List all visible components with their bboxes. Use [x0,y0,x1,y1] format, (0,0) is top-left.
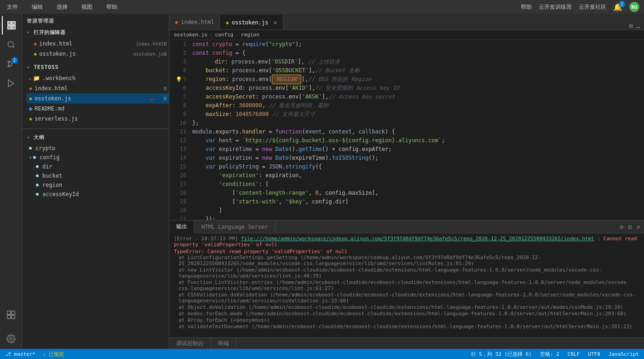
code-line-11: module.exports.handler = function(event,… [192,127,644,136]
js-file-icon: ◈ [29,95,32,102]
code-editor[interactable]: 1 2 3 4 5💡 6 7 8 9 10 11 12 13 14 15 16 … [169,40,644,220]
file-readme-md[interactable]: ◉ README.md [27,104,169,114]
code-line-21: }); [192,215,644,220]
status-bar: ⎇ master* ⚠ 已预览 行 5，列 32 (已选择 6) 空格: 2 C… [0,349,644,359]
community-link[interactable]: 云开发社区 [579,3,606,11]
encoding[interactable]: UTF8 [586,351,602,357]
panel-content: [Error - 10:37:13 PM] file:///home/admin… [169,233,644,337]
tab-js-icon: ◈ [225,19,229,26]
outline-item-dir[interactable]: dir [22,162,169,171]
folder-workbench[interactable]: ▸ 📁 .workbench [27,73,169,83]
stack-line-2: at Function.LintVisitor.entries (/home/a… [174,279,639,291]
menu-view[interactable]: 视图 [79,2,95,12]
cursor-position[interactable]: 行 5，列 32 (已选择 6) [470,351,533,358]
panel-tab-terminal[interactable]: 终端 [211,337,236,349]
outline-dot-akid [36,193,39,196]
activity-extensions[interactable] [2,306,20,324]
panel-tab-html-ls[interactable]: HTML Language Server [195,220,276,233]
menu-help[interactable]: 帮助 [104,2,120,12]
error-timestamp: [Error - 10:37:13 PM] [174,236,241,242]
activity-explorer[interactable] [2,16,20,35]
outline-item-bucket[interactable]: bucket [22,171,169,180]
error-file-link[interactable]: file:///home/admin/workspace/codeup.aliy… [241,236,594,242]
menu-select[interactable]: 选择 [54,2,70,12]
tab-close-icon[interactable]: × [273,19,277,26]
code-line-20: ] [192,206,644,215]
line-num-11: 11 [172,127,186,136]
more-actions-icon[interactable]: … [637,22,640,29]
open-editors-header[interactable]: ▾ 打开的编辑器 [22,26,169,39]
error-preview[interactable]: ⚠ 已预览 [41,351,65,358]
menu-file[interactable]: 文件 [5,2,20,12]
panel-tab-output[interactable]: 输出 [169,220,195,233]
svg-marker-10 [8,80,14,87]
panel: 输出 HTML Language Server ⊘ ⊡ × [Error - 1… [169,220,644,349]
stack-line-6: at Array.forEach (<anonymous>) [174,317,639,323]
stack-line-1: at new LintVisitor (/home/admin/ecoboost… [174,267,639,279]
outline-item-config[interactable]: ▾ config [22,153,169,162]
open-editors-chevron: ▾ [27,29,30,35]
tab-osstoken-js[interactable]: ◈ osstoken.js × [220,15,283,29]
activity-settings[interactable] [2,330,20,348]
menu-edit[interactable]: 编辑 [29,2,45,12]
split-editor-icon[interactable]: ⊞ [629,22,632,29]
panel-clear-icon[interactable]: ⊘ [620,223,623,231]
stack-line-4: at Object.doValidation (/home/admin/ecob… [174,304,639,310]
md-file-icon: ◉ [29,105,32,112]
activity-git[interactable]: 2 [2,55,20,73]
help-link[interactable]: 帮助 [521,3,532,11]
outline-dot-config [33,156,36,159]
line-ending[interactable]: CRLF [566,351,581,357]
code-line-4: bucket: process.env['OSSBUCKET'],// Buck… [192,66,644,75]
js-icon-open: ◈ [34,51,37,57]
panel-tab-actions: ⊘ ⊡ × [616,223,644,231]
indentation[interactable]: 空格: 2 [539,351,561,358]
line-num-3: 3 [172,58,186,66]
activity-bar: 2 [0,14,22,349]
file-index-html[interactable]: ◈ index.html U [27,83,169,93]
outline-item-accesskeyid[interactable]: accessKeyId [22,190,169,199]
line-num-13: 13 [172,145,186,154]
code-line-2: const config = { [192,49,644,58]
html-file-icon: ◈ [29,85,32,92]
svg-point-6 [8,61,9,62]
outline-item-region[interactable]: region [22,180,169,190]
outline-dot-dir [36,165,39,168]
code-line-16: 'expiration': expiration, [192,171,644,180]
top-bar-right: 帮助 云开发训练营 云开发社区 🔔 2 KU [521,2,639,12]
language-mode[interactable]: JavaScript [607,351,640,357]
line-num-6: 6 [172,84,186,93]
file-osstoken-js[interactable]: ◈ osstoken.js U ← [27,93,169,104]
user-avatar[interactable]: KU [629,2,639,12]
line-num-9: 9 [172,110,186,119]
svg-point-8 [8,65,9,67]
line-num-19: 19 [172,197,186,206]
training-link[interactable]: 云开发训练营 [539,3,572,11]
file-serverless-js[interactable]: ◈ serverless.js [27,114,169,124]
line-num-12: 12 [172,136,186,145]
tab-index-html[interactable]: ◈ index.html [169,15,220,29]
code-content[interactable]: const crypto = require("crypto"); const … [190,40,644,220]
open-file-osstoken-js[interactable]: ◈ osstoken.js osstoken.js U [27,49,169,59]
open-file-index-html[interactable]: ◈ index.html index.html U [27,39,169,49]
panel-tab-debug[interactable]: 调试控制台 [169,337,211,349]
project-header[interactable]: ▾ TESTOSS [22,61,169,73]
svg-rect-13 [7,315,11,319]
outline-header[interactable]: ▾ 大纲 [22,131,169,144]
panel-close-icon[interactable]: × [637,223,640,231]
notification-button[interactable]: 🔔 2 [613,3,622,12]
svg-rect-11 [7,311,11,315]
activity-debug[interactable] [2,74,20,93]
outline-section: ▾ 大纲 crypto ▾ config dir [22,128,169,199]
code-line-15: var policyString = JSON.stringify({ [192,162,644,171]
line-num-20: 20 [172,206,186,215]
tab-bar: ◈ index.html ◈ osstoken.js × ⊞ … [169,14,644,30]
outline-item-crypto[interactable]: crypto [22,144,169,153]
git-branch[interactable]: ⎇ master* [4,351,37,357]
code-line-6: accessKeyId: process.env['AKID'],// 安全受限… [192,84,644,93]
outline-list: crypto ▾ config dir bucket [22,144,169,199]
activity-search[interactable] [2,35,20,54]
sidebar-title: 资源管理器 [22,14,169,26]
outline-chevron: ▾ [27,134,30,140]
panel-maximize-icon[interactable]: ⊡ [628,223,632,231]
